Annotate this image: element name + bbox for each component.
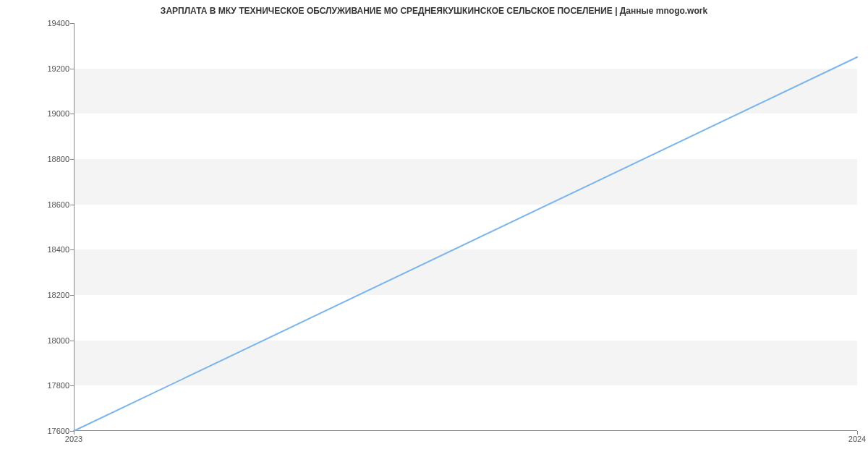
series-line <box>74 57 857 431</box>
y-tick-label: 18400 <box>26 245 69 254</box>
y-tick-label: 19400 <box>26 19 69 27</box>
y-tick-mark <box>70 295 74 296</box>
y-tick-mark <box>70 114 74 114</box>
y-tick-mark <box>70 69 74 69</box>
y-tick-mark <box>70 205 74 205</box>
y-tick-mark <box>70 385 74 386</box>
chart-title: ЗАРПЛАТА В МКУ ТЕХНИЧЕСКОЕ ОБСЛУЖИВАНИЕ … <box>0 6 868 16</box>
y-tick-label: 18200 <box>26 291 69 299</box>
x-tick-mark <box>74 431 75 435</box>
y-tick-label: 17600 <box>26 427 69 435</box>
y-tick-mark <box>70 159 74 160</box>
y-tick-mark <box>70 249 74 250</box>
y-tick-label: 17800 <box>26 381 69 390</box>
y-tick-label: 18600 <box>26 200 69 209</box>
y-tick-label: 19000 <box>26 109 69 118</box>
x-tick-label: 2023 <box>65 435 82 443</box>
y-tick-label: 18800 <box>26 155 69 163</box>
x-tick-label: 2024 <box>848 435 866 443</box>
y-tick-label: 18000 <box>26 336 69 345</box>
y-tick-mark <box>70 341 74 341</box>
y-tick-mark <box>70 23 74 24</box>
y-tick-label: 19200 <box>26 64 69 73</box>
x-tick-mark <box>857 431 858 435</box>
line-layer <box>74 23 857 431</box>
